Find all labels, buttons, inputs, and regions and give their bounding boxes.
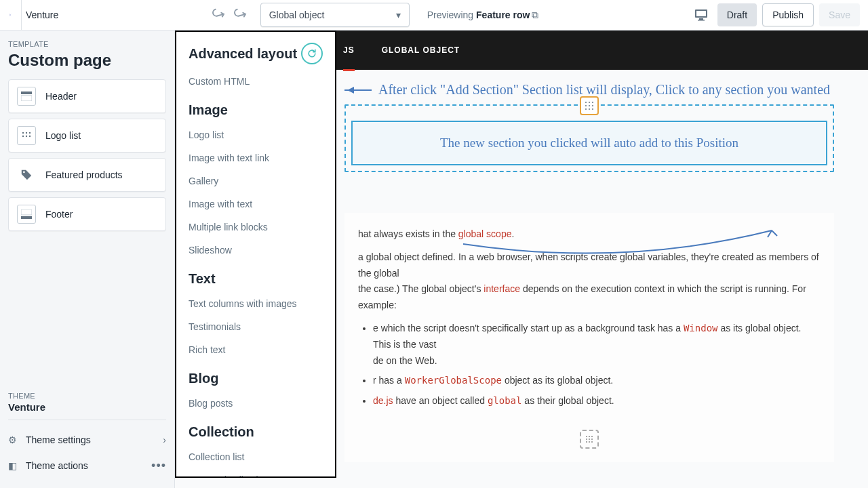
- svg-point-29: [586, 441, 587, 443]
- theme-actions[interactable]: ◧Theme actions•••: [8, 453, 166, 479]
- footer-icon: [17, 205, 36, 224]
- previewing-label: Previewing Feature row⧉: [427, 9, 539, 21]
- svg-rect-5: [21, 96, 32, 101]
- svg-point-6: [22, 132, 24, 134]
- section-dropdown[interactable]: Global object ▾: [260, 3, 410, 27]
- svg-rect-3: [698, 20, 705, 21]
- top-bar: Venture Global object ▾ Previewing Featu…: [0, 0, 868, 30]
- redo-button[interactable]: [232, 7, 248, 23]
- panel-item[interactable]: Image with text: [189, 192, 323, 216]
- save-button: Save: [819, 3, 860, 26]
- publish-button[interactable]: Publish: [762, 3, 814, 26]
- svg-rect-2: [699, 18, 703, 20]
- grid-dots-icon: [17, 126, 36, 145]
- refresh-button[interactable]: [301, 43, 323, 64]
- hint-top: After click "Add Section" Section list w…: [378, 82, 830, 98]
- panel-item[interactable]: Rich text: [189, 338, 323, 361]
- panel-item[interactable]: Featured collection: [189, 468, 323, 478]
- widgets-icon: ◧: [8, 460, 26, 471]
- panel-title: Advanced layout: [189, 46, 297, 62]
- panel-item[interactable]: Multiple link blocks: [189, 216, 323, 239]
- undo-button[interactable]: [210, 7, 226, 23]
- header-icon: [17, 87, 36, 106]
- dropdown-value: Global object: [269, 9, 325, 20]
- theme-name-top: Venture: [19, 9, 58, 20]
- svg-point-9: [22, 136, 24, 137]
- svg-rect-4: [21, 92, 32, 94]
- svg-rect-13: [21, 216, 32, 219]
- section-featured-products[interactable]: Featured products: [8, 158, 166, 192]
- svg-point-24: [589, 436, 590, 437]
- svg-point-18: [589, 105, 590, 106]
- theme-name-sidebar: Venture: [8, 401, 166, 413]
- svg-point-20: [585, 108, 587, 110]
- svg-rect-1: [696, 11, 706, 16]
- desktop-icon[interactable]: [690, 4, 712, 26]
- arrow-left-icon: [344, 89, 372, 91]
- tab-js[interactable]: JS: [343, 32, 355, 71]
- svg-point-11: [29, 136, 31, 137]
- chevron-down-icon: ▾: [396, 9, 401, 20]
- svg-point-30: [589, 441, 590, 443]
- panel-item[interactable]: Gallery: [189, 169, 323, 192]
- panel-item[interactable]: Testimonials: [189, 315, 323, 338]
- template-label: TEMPLATE: [8, 40, 166, 48]
- svg-point-27: [589, 439, 590, 440]
- left-sidebar: TEMPLATE Custom page Header Logo list Fe…: [0, 30, 175, 488]
- section-logo-list[interactable]: Logo list: [8, 119, 166, 152]
- undo-icon: [212, 8, 225, 22]
- svg-point-26: [586, 439, 587, 440]
- svg-point-17: [585, 105, 587, 106]
- svg-point-25: [591, 436, 593, 437]
- panel-group-collection: Collection: [189, 424, 323, 440]
- gear-icon: ⚙: [8, 434, 26, 445]
- svg-point-21: [589, 108, 590, 110]
- svg-rect-12: [21, 209, 32, 215]
- panel-group-image: Image: [189, 102, 323, 118]
- svg-point-15: [589, 102, 590, 103]
- drop-zone: The new section you clicked will auto ad…: [344, 104, 834, 172]
- theme-label: THEME: [8, 392, 166, 400]
- tab-global-object[interactable]: GLOBAL OBJECT: [382, 30, 460, 70]
- curve-arrow-icon: [460, 227, 785, 261]
- page-title: Custom page: [8, 51, 166, 70]
- svg-point-22: [592, 108, 593, 110]
- back-arrow-icon: [9, 9, 12, 21]
- panel-item[interactable]: Text columns with images: [189, 292, 323, 315]
- svg-point-19: [592, 105, 593, 106]
- svg-point-31: [591, 441, 593, 443]
- add-section-icon-bottom[interactable]: [580, 430, 599, 449]
- draft-button[interactable]: Draft: [717, 3, 757, 26]
- refresh-icon: [307, 48, 317, 59]
- drop-target: The new section you clicked will auto ad…: [351, 121, 827, 165]
- panel-item[interactable]: Custom HTML: [189, 70, 323, 93]
- section-footer[interactable]: Footer: [8, 197, 166, 231]
- panel-item[interactable]: Blog posts: [189, 392, 323, 415]
- more-icon: •••: [151, 459, 166, 473]
- add-section-icon[interactable]: [580, 96, 599, 115]
- history-buttons: [210, 7, 248, 23]
- svg-point-7: [26, 132, 27, 134]
- panel-group-text: Text: [189, 271, 323, 287]
- external-link-icon[interactable]: ⧉: [532, 9, 538, 20]
- svg-point-28: [591, 439, 593, 440]
- panel-group-blog: Blog: [189, 371, 323, 386]
- theme-settings[interactable]: ⚙Theme settings›: [8, 427, 166, 453]
- svg-point-14: [585, 102, 587, 103]
- panel-item[interactable]: Collection list: [189, 445, 323, 468]
- section-picker-panel: Advanced layout Custom HTML Image Logo l…: [175, 30, 336, 478]
- panel-item[interactable]: Image with text link: [189, 146, 323, 169]
- chevron-right-icon: ›: [163, 434, 166, 445]
- redo-icon: [233, 8, 247, 22]
- svg-point-8: [29, 132, 31, 134]
- svg-point-10: [26, 136, 27, 137]
- panel-item[interactable]: Slideshow: [189, 239, 323, 262]
- panel-item[interactable]: Logo list: [189, 123, 323, 146]
- tag-icon: [17, 165, 36, 184]
- section-header[interactable]: Header: [8, 79, 166, 113]
- svg-point-23: [586, 436, 587, 437]
- svg-point-16: [592, 102, 593, 103]
- preview-area: JS GLOBAL OBJECT After click "Add Sectio…: [175, 30, 868, 488]
